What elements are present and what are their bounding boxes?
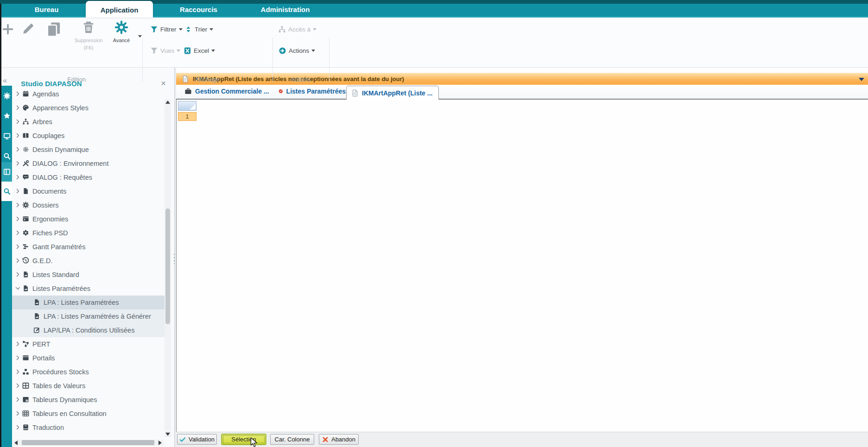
ribbon-button-sort[interactable]: Trier xyxy=(184,23,213,35)
ribbon-toolbar: Suppression(F6)AvancéFiltrerTrierVuesExc… xyxy=(0,18,868,68)
document-tab-gestion-commerciale[interactable]: Gestion Commerciale ... xyxy=(180,85,272,98)
tree-item-procedures-stocks[interactable]: Procédures Stocks xyxy=(12,365,165,379)
collapse-sidebar-button[interactable]: « xyxy=(3,77,7,84)
ribbon-button-edit[interactable] xyxy=(21,22,35,38)
ribbon-button-add[interactable] xyxy=(2,23,14,37)
document-tab-ikmartappret[interactable]: IKMArtAppRet (Liste ... xyxy=(346,86,439,100)
ribbon-button-actions[interactable]: Actions xyxy=(279,44,315,57)
tree-item-lpa-listes-parametrees[interactable]: LPA : Listes Paramétrées xyxy=(12,296,165,309)
footer-button-selection[interactable]: Sélection xyxy=(222,434,266,445)
chevron-right-icon[interactable] xyxy=(15,230,21,236)
caret-down-icon[interactable] xyxy=(138,35,142,38)
ribbon-button-label: Suppression xyxy=(72,38,105,44)
ribbon-group-divider xyxy=(142,38,143,82)
footer-button-label: Validation xyxy=(189,436,215,443)
tree-item-listes-standard[interactable]: Listes Standard xyxy=(12,268,165,282)
splitter-grip[interactable] xyxy=(173,253,175,264)
chevron-right-icon[interactable] xyxy=(15,341,21,347)
ribbon-button-delete[interactable]: Suppression(F6) xyxy=(72,20,105,51)
chevron-right-icon[interactable] xyxy=(15,258,21,264)
tree-item-apparences-styles[interactable]: Apparences Styles xyxy=(12,101,165,115)
ribbon-button-advanced[interactable]: Avancé xyxy=(107,20,136,44)
tree-item-label: PERT xyxy=(32,340,50,348)
horizontal-scroll-thumb[interactable] xyxy=(22,440,154,445)
rail-item-settings[interactable] xyxy=(1,86,12,106)
tree-item-portails[interactable]: Portails xyxy=(12,351,165,365)
tree-item-dessin-dynamique[interactable]: Dessin Dynamique xyxy=(12,143,165,157)
banner-dropdown-icon[interactable] xyxy=(859,78,864,81)
ribbon-button-copy[interactable] xyxy=(46,21,62,39)
rail-item-search-active[interactable] xyxy=(1,182,12,201)
ribbon-button-views[interactable]: Vues xyxy=(150,44,180,57)
tree-item-tableurs-dynamiques[interactable]: Tableurs Dynamiques xyxy=(12,393,165,407)
chevron-right-icon[interactable] xyxy=(15,119,21,125)
tree-item-lap-lpa-conditions-utilisees[interactable]: LAP/LPA : Conditions Utilisées xyxy=(12,323,165,337)
tree-item-gantt-parametres[interactable]: Gantt Paramétrés xyxy=(12,240,165,254)
footer-button-validation[interactable]: Validation xyxy=(177,434,217,445)
search-icon xyxy=(3,152,11,160)
tree-item-dialog-requetes[interactable]: DIALOG : Requêtes xyxy=(12,170,165,184)
tree-item-traduction[interactable]: Traduction xyxy=(12,421,165,434)
tree-item-agendas[interactable]: Agendas xyxy=(12,90,165,101)
tree-item-fiches-psd[interactable]: Fiches PSD xyxy=(12,226,165,240)
chevron-right-icon[interactable] xyxy=(15,271,21,277)
footer-button-abandon[interactable]: Abandon xyxy=(319,434,359,445)
tree-item-lpa-listes-parametrees-a-generer[interactable]: LPA : Listes Paramétrées à Générer xyxy=(12,309,165,323)
tree-item-couplages[interactable]: Couplages xyxy=(12,129,165,143)
vertical-scroll-thumb[interactable] xyxy=(165,208,170,324)
rail-item-favorites[interactable] xyxy=(1,106,12,126)
tree-horizontal-scrollbar[interactable] xyxy=(13,440,164,446)
chevron-right-icon[interactable] xyxy=(15,174,21,180)
menu-tab-bureau[interactable]: Bureau xyxy=(27,4,66,16)
chevron-right-icon[interactable] xyxy=(15,355,21,361)
tree-vertical-scrollbar[interactable] xyxy=(165,99,171,437)
chevron-right-icon[interactable] xyxy=(15,188,21,194)
rail-item-desktop[interactable] xyxy=(1,126,12,146)
menu-tab-raccourcis[interactable]: Raccourcis xyxy=(177,4,221,16)
ribbon-button-filter[interactable]: Filtrer xyxy=(150,23,183,35)
chevron-right-icon[interactable] xyxy=(15,410,21,416)
chevron-right-icon[interactable] xyxy=(15,146,21,152)
chevron-right-icon[interactable] xyxy=(15,397,21,403)
chevron-right-icon[interactable] xyxy=(15,105,21,111)
chevron-right-icon[interactable] xyxy=(15,244,21,250)
tree-item-label: Tableurs en Consultation xyxy=(32,410,107,417)
chevron-right-icon[interactable] xyxy=(15,202,21,208)
chevron-right-icon[interactable] xyxy=(15,216,21,222)
spreadsheet-grid[interactable]: 1 xyxy=(176,99,868,432)
chevron-down-icon[interactable] xyxy=(15,285,21,291)
tree-item-ergonomies[interactable]: Ergonomies xyxy=(12,212,165,226)
scroll-up-icon[interactable] xyxy=(165,101,170,104)
document-tab-listes-parametrees[interactable]: Listes Paramétrées xyxy=(274,85,346,98)
tree-item-dialog-environnement[interactable]: DIALOG : Environnement xyxy=(12,157,165,170)
scroll-down-icon[interactable] xyxy=(165,433,170,436)
ribbon-button-access[interactable]: Accès à xyxy=(278,23,317,35)
tree-item-dossiers[interactable]: Dossiers xyxy=(12,198,165,212)
ribbon-button-excel[interactable]: Excel xyxy=(184,44,215,57)
chevron-right-icon[interactable] xyxy=(15,160,21,166)
chevron-right-icon[interactable] xyxy=(15,424,21,430)
tree-item-arbres[interactable]: Arbres xyxy=(12,115,165,129)
rail-item-layout[interactable] xyxy=(1,162,12,182)
sheet-window-icon xyxy=(22,396,29,403)
menu-tab-application[interactable]: Application xyxy=(86,1,153,18)
tree-item-pert[interactable]: PERT xyxy=(12,337,165,351)
tree-item-documents[interactable]: Documents xyxy=(12,184,165,198)
menu-tab-administration[interactable]: Administration xyxy=(254,4,317,16)
row-header[interactable]: 1 xyxy=(178,112,196,121)
chevron-right-icon[interactable] xyxy=(15,369,21,375)
gear-outline-icon xyxy=(22,146,29,153)
chevron-right-icon[interactable] xyxy=(15,132,21,139)
tree-item-tables-de-valeurs[interactable]: Tables de Valeurs xyxy=(12,379,165,393)
chevron-right-icon[interactable] xyxy=(15,91,21,97)
tree-item-ged[interactable]: G.E.D. xyxy=(12,254,165,268)
scroll-left-icon[interactable] xyxy=(14,441,18,445)
sidebar-splitter[interactable] xyxy=(174,68,176,447)
tree-item-tableurs-en-consultation[interactable]: Tableurs en Consultation xyxy=(12,407,165,421)
close-sidebar-icon[interactable]: × xyxy=(161,80,166,87)
footer-button-car-colonne[interactable]: Car. Colonne xyxy=(270,434,314,445)
tree-item-listes-parametrees[interactable]: Listes Paramétrées xyxy=(12,282,165,296)
select-all-cell[interactable] xyxy=(178,101,196,111)
scroll-right-icon[interactable] xyxy=(158,441,162,445)
chevron-right-icon[interactable] xyxy=(15,383,21,389)
